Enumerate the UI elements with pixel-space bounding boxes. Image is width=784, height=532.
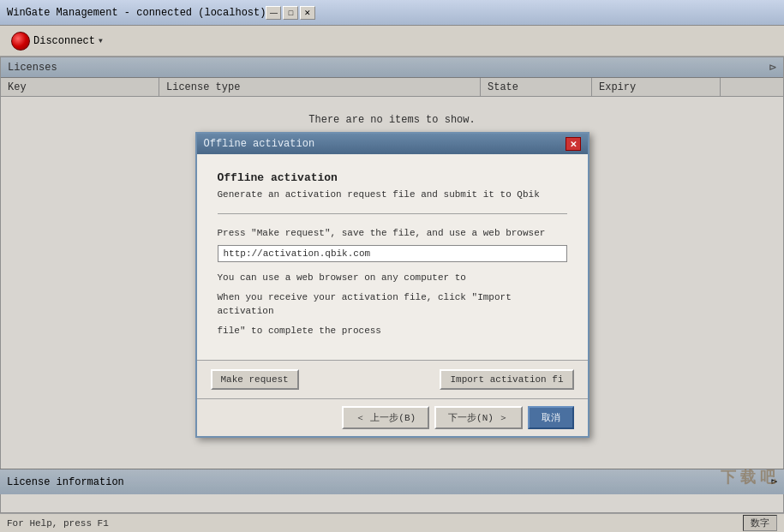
toolbar: Disconnect ▼ [0, 26, 784, 57]
dialog-instruction: Press "Make request", save the file, and… [218, 228, 567, 238]
make-request-button[interactable]: Make request [211, 369, 299, 390]
offline-activation-dialog: Offline activation ✕ Offline activation … [195, 132, 589, 438]
dialog-overlay: Offline activation ✕ Offline activation … [0, 57, 784, 513]
disconnect-button[interactable]: Disconnect ▼ [5, 29, 109, 53]
minimize-button[interactable]: — [266, 6, 281, 20]
close-button[interactable]: ✕ [300, 6, 315, 20]
status-bar: For Help, press F1 数字 [0, 513, 784, 532]
title-bar-text: WinGate Management - connected (localhos… [7, 7, 266, 19]
status-badge: 数字 [743, 515, 777, 531]
status-right: 数字 [743, 515, 777, 531]
dialog-title-text: Offline activation [204, 138, 315, 150]
dialog-title-bar: Offline activation ✕ [197, 134, 588, 154]
disconnect-icon [11, 32, 30, 51]
import-activation-button[interactable]: Import activation fi [440, 369, 573, 390]
help-text: For Help, press F1 [7, 518, 109, 529]
back-button[interactable]: ＜ 上一步(B) [342, 406, 429, 429]
dialog-close-button[interactable]: ✕ [566, 137, 581, 151]
activation-url-input[interactable] [218, 245, 567, 262]
dialog-subtext: Generate an activation request file and … [218, 189, 567, 200]
dialog-text3: file" to complete the process [218, 324, 567, 338]
dialog-text1: You can use a web browser on any compute… [218, 271, 567, 285]
dialog-divider [218, 213, 567, 214]
dialog-heading: Offline activation [218, 171, 567, 184]
maximize-button[interactable]: □ [283, 6, 298, 20]
cancel-button[interactable]: 取消 [528, 406, 574, 429]
dropdown-arrow-icon: ▼ [99, 37, 103, 45]
disconnect-label: Disconnect [33, 35, 95, 47]
dialog-body: Offline activation Generate an activatio… [197, 154, 588, 360]
title-bar: WinGate Management - connected (localhos… [0, 0, 784, 26]
next-button[interactable]: 下一步(N) ＞ [434, 406, 522, 429]
dialog-action-row: Make request Import activation fi [197, 360, 588, 398]
main-content: Licenses ⊳ Key License type State Expiry… [0, 57, 784, 513]
dialog-text2: When you receive your activation file, c… [218, 290, 567, 319]
dialog-nav-row: ＜ 上一步(B) 下一步(N) ＞ 取消 [197, 398, 588, 436]
title-bar-controls: — □ ✕ [266, 6, 315, 20]
